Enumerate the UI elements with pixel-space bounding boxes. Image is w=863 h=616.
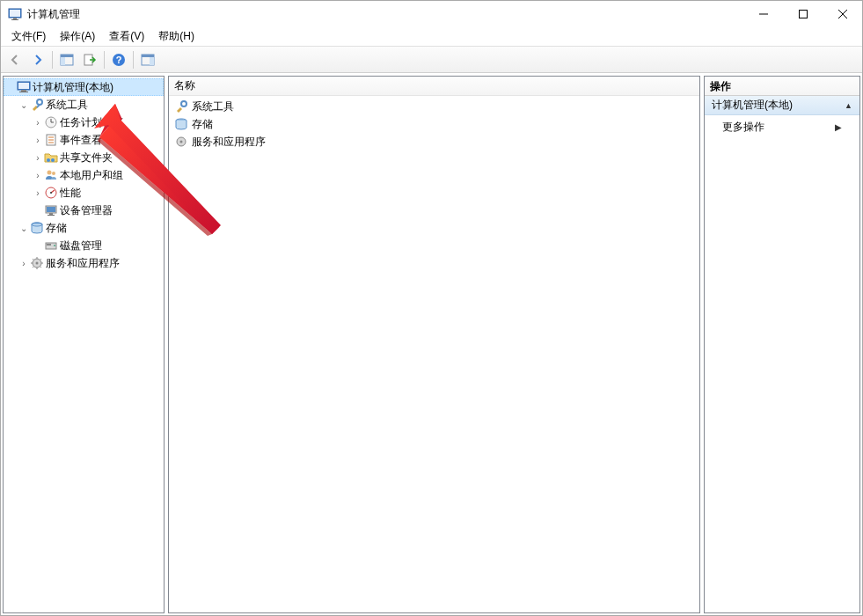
tree-task-scheduler[interactable]: › 任务计划程序 [4,114,164,131]
tree-performance[interactable]: › 性能 [4,184,164,202]
storage-icon [30,221,44,235]
actions-pane-header: 操作 [705,77,859,96]
title-bar: 计算机管理 [1,1,862,27]
tree-device-manager[interactable]: 设备管理器 [4,202,164,219]
disk-icon [44,238,58,253]
list-item-storage[interactable]: 存储 [171,115,698,133]
svg-point-36 [50,192,52,194]
svg-rect-16 [142,55,154,57]
svg-point-33 [52,172,55,175]
maximize-button[interactable] [783,1,823,27]
computer-management-window: 计算机管理 文件(F) 操作(A) 查看(V) 帮助(H) [0,0,863,616]
toolbar-separator [52,51,53,69]
navigation-tree: 计算机管理(本地) ⌄ 系统工具 › 任务计划程序 › [4,77,164,612]
chevron-right-icon[interactable]: › [32,187,44,199]
svg-rect-20 [19,92,28,92]
tree-root-computer-management[interactable]: 计算机管理(本地) [4,78,164,96]
clock-icon [44,115,58,129]
list-pane: 名称 系统工具 存储 服务和应用程序 [168,76,700,613]
tree-label: 磁盘管理 [60,238,102,253]
users-icon [44,168,58,182]
tree-storage[interactable]: ⌄ 存储 [4,219,164,237]
tree-shared-folders[interactable]: › 共享文件夹 [4,149,164,166]
menu-action[interactable]: 操作(A) [53,27,102,46]
chevron-down-icon[interactable]: ⌄ [18,99,30,111]
minimize-button[interactable] [743,1,783,27]
help-button[interactable]: ? [108,49,129,70]
svg-point-44 [54,245,55,246]
svg-point-47 [36,262,39,265]
blank-expander [32,239,44,252]
actions-pane: 操作 计算机管理(本地) ▲ 更多操作 ▶ [704,76,860,613]
svg-rect-3 [11,19,18,20]
collapse-icon: ▲ [845,101,852,110]
chevron-right-icon[interactable]: › [32,116,44,128]
actions-section-header[interactable]: 计算机管理(本地) ▲ [705,96,859,115]
toolbar: ? [1,47,862,73]
storage-icon [174,117,188,131]
list-item-label: 存储 [192,117,213,132]
svg-point-48 [181,101,186,106]
list-item-system-tools[interactable]: 系统工具 [171,98,698,115]
list-item-label: 系统工具 [192,99,234,114]
tools-icon [30,98,44,112]
menu-bar: 文件(F) 操作(A) 查看(V) 帮助(H) [1,27,862,47]
tree-label: 存储 [46,221,67,236]
actions-section-title: 计算机管理(本地) [712,98,793,113]
tree-label: 任务计划程序 [60,115,123,130]
menu-view[interactable]: 查看(V) [102,27,151,46]
main-content: 计算机管理(本地) ⌄ 系统工具 › 任务计划程序 › [1,73,862,615]
action-label: 更多操作 [722,120,764,135]
tree-local-users-groups[interactable]: › 本地用户和组 [4,166,164,184]
menu-file[interactable]: 文件(F) [4,27,53,46]
tree-label: 性能 [60,186,81,201]
svg-rect-1 [10,10,20,17]
tree-label: 事件查看 [60,133,102,148]
tree-label: 设备管理器 [60,203,113,218]
tree-event-viewer[interactable]: › 事件查看 [4,131,164,149]
svg-point-30 [47,158,50,162]
tree-label: 共享文件夹 [60,150,113,165]
svg-point-21 [37,99,42,105]
svg-rect-19 [21,90,26,92]
menu-help[interactable]: 帮助(H) [151,27,201,46]
window-controls [743,1,862,27]
tree-system-tools[interactable]: ⌄ 系统工具 [4,96,164,114]
toolbar-separator [104,51,105,69]
tree-label: 服务和应用程序 [46,256,120,271]
chevron-right-icon[interactable]: › [18,257,30,269]
svg-rect-5 [799,11,807,18]
back-button[interactable] [4,49,26,70]
chevron-down-icon[interactable]: ⌄ [18,222,30,234]
action-more-actions[interactable]: 更多操作 ▶ [705,117,859,136]
tree-label: 计算机管理(本地) [33,80,113,95]
show-hide-tree-button[interactable] [56,49,77,70]
tree-pane: 计算机管理(本地) ⌄ 系统工具 › 任务计划程序 › [3,76,165,613]
chevron-right-icon[interactable]: › [32,151,44,164]
close-button[interactable] [823,1,862,27]
export-button[interactable] [79,49,100,70]
list-column-header[interactable]: 名称 [169,77,699,96]
svg-rect-45 [47,244,51,246]
chevron-right-icon[interactable]: › [32,169,44,181]
tree-services-apps[interactable]: › 服务和应用程序 [4,254,164,272]
forward-button[interactable] [27,49,48,70]
svg-rect-40 [48,215,55,216]
tools-icon [174,99,188,114]
toolbar-separator [133,51,134,69]
tree-label: 系统工具 [46,98,88,113]
svg-rect-10 [61,55,73,57]
chevron-down-icon [4,81,17,93]
list-item-services-apps[interactable]: 服务和应用程序 [171,133,698,150]
performance-icon [44,186,58,200]
svg-point-51 [180,141,183,143]
tree-disk-management[interactable]: 磁盘管理 [4,237,164,254]
computer-icon [17,80,31,94]
submenu-arrow-icon: ▶ [835,122,842,132]
window-title: 计算机管理 [27,7,743,22]
show-hide-action-pane-button[interactable] [137,49,158,70]
svg-text:?: ? [116,55,122,65]
chevron-right-icon[interactable]: › [32,134,44,146]
svg-point-32 [48,171,52,175]
blank-expander [32,204,44,216]
